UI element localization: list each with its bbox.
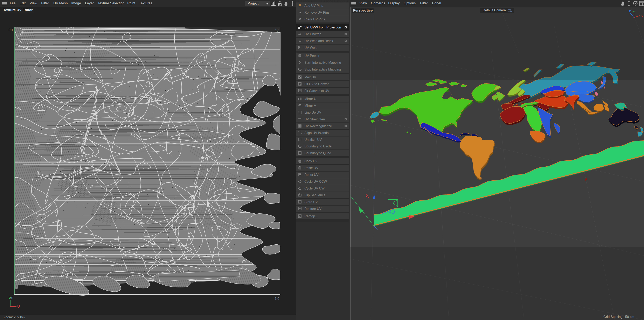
- svg-text:Z: Z: [629, 10, 630, 13]
- svg-text:X: X: [641, 15, 644, 18]
- svg-text:U: U: [17, 304, 20, 308]
- svg-text:Y: Y: [633, 10, 635, 14]
